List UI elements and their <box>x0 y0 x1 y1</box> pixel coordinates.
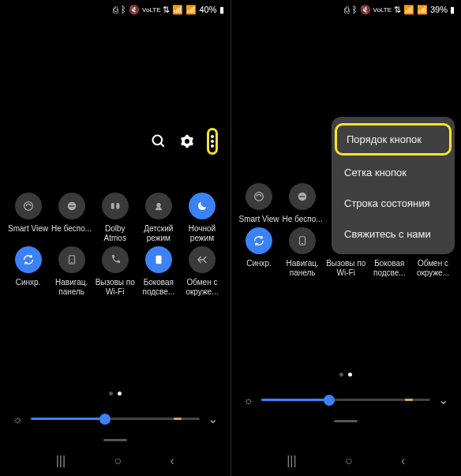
back-button[interactable]: ‹ <box>171 454 174 468</box>
menu-item-2[interactable]: Строка состояния <box>332 188 455 219</box>
page-dot <box>339 373 343 377</box>
tile-label: Боковая подсве... <box>138 278 178 297</box>
page-dot <box>109 392 113 395</box>
signal-icon: 📶 <box>186 5 197 15</box>
gear-icon[interactable] <box>178 133 196 150</box>
status-bar: ⎙ ᛒ 🔇 VoLTE ⇅ 📶 📶 39% ▮ <box>231 0 462 19</box>
page-dot-active <box>118 392 122 395</box>
dolby-icon <box>102 193 129 219</box>
tile-wifi-call[interactable]: Вызовы по Wi-Fi <box>95 246 135 297</box>
battery-text: 39% <box>430 5 448 14</box>
status-bar: ⎙ ᛒ 🔇 VoLTE ⇅ 📶 📶 40% ▮ <box>0 0 230 19</box>
status-icons: ⎙ ᛒ 🔇 VoLTE ⇅ 📶 📶 40% ▮ <box>113 5 223 15</box>
wifi-call-icon <box>102 246 129 273</box>
edge-icon <box>145 246 172 273</box>
battery-text: 40% <box>199 5 216 14</box>
svg-rect-5 <box>111 203 114 209</box>
chevron-down-icon[interactable]: ⌄ <box>208 411 218 426</box>
nav-icon <box>289 227 316 254</box>
dnd-icon <box>289 183 316 210</box>
cast-icon: ⎙ <box>344 5 350 14</box>
page-indicator <box>8 392 223 395</box>
home-button[interactable]: ○ <box>345 454 353 468</box>
tile-label: Навигац. панель <box>51 278 92 297</box>
tile-cast[interactable]: Smart View <box>8 193 48 243</box>
tile-label: Обмен с окруже... <box>182 278 222 297</box>
chevron-down-icon[interactable]: ⌄ <box>438 392 448 407</box>
svg-rect-4 <box>69 205 74 206</box>
svg-point-2 <box>24 202 32 211</box>
tile-nav[interactable]: Навигац. панель <box>283 227 323 278</box>
nav-bar: ||| ○ ‹ <box>0 449 230 473</box>
brightness-control: ☼ ⌄ <box>8 411 223 426</box>
tile-label: Вызовы по Wi-Fi <box>95 278 135 297</box>
tile-label: Ночной режим <box>182 224 222 243</box>
tile-sync[interactable]: Синхр. <box>8 246 48 297</box>
overflow-menu: Порядок кнопокСетка кнопокСтрока состоян… <box>332 117 455 254</box>
tile-nav[interactable]: Навигац. панель <box>51 246 92 297</box>
signal-icon: 📶 <box>417 5 428 15</box>
tile-dnd[interactable]: Не беспо... <box>51 193 92 243</box>
tile-sync[interactable]: Синхр. <box>239 227 279 278</box>
back-button[interactable]: ‹ <box>401 454 405 468</box>
tile-share[interactable]: Обмен с окруже... <box>182 246 222 297</box>
svg-rect-13 <box>300 196 305 197</box>
bluetooth-icon: ᛒ <box>121 5 126 14</box>
cast-icon <box>245 183 272 210</box>
svg-point-0 <box>152 136 162 145</box>
tile-dolby[interactable]: Dolby Atmos <box>95 193 135 243</box>
tile-edge[interactable]: Боковая подсве... <box>138 246 178 297</box>
tile-label: Обмен с окруже... <box>413 259 453 278</box>
cast-icon: ⎙ <box>113 5 118 14</box>
tile-label: Не беспо... <box>283 215 323 224</box>
tile-label: Smart View <box>239 215 279 224</box>
tile-label: Боковая подсве... <box>369 259 410 278</box>
wifi-icon: ⇅ <box>394 5 401 15</box>
tiles-grid: Smart ViewНе беспо...Dolby AtmosДетский … <box>8 193 223 297</box>
brightness-icon: ☼ <box>244 394 254 407</box>
tile-kids[interactable]: Детский режим <box>138 193 178 243</box>
share-icon <box>189 246 216 273</box>
menu-item-1[interactable]: Сетка кнопок <box>332 157 455 188</box>
recent-button[interactable]: ||| <box>56 454 66 468</box>
status-icons: ⎙ ᛒ 🔇 VoLTE ⇅ 📶 📶 39% ▮ <box>344 5 455 15</box>
recent-button[interactable]: ||| <box>287 454 296 468</box>
signal-icon: 📶 <box>172 5 183 15</box>
moon-icon <box>189 193 216 219</box>
svg-rect-6 <box>116 203 119 209</box>
search-icon[interactable] <box>150 133 167 150</box>
tile-label: Вызовы по Wi-Fi <box>326 259 366 278</box>
toolbar <box>8 128 218 155</box>
tile-moon[interactable]: Ночной режим <box>182 193 222 243</box>
bluetooth-icon: ᛒ <box>352 5 358 14</box>
svg-line-1 <box>160 144 163 147</box>
volte-icon: VoLTE <box>373 6 392 13</box>
brightness-slider[interactable] <box>261 399 430 401</box>
sync-icon <box>245 227 272 254</box>
nav-icon <box>58 246 85 273</box>
tile-label: Синхр. <box>246 259 272 268</box>
tile-label: Не беспо... <box>51 224 92 234</box>
home-button[interactable]: ○ <box>114 454 122 468</box>
sync-icon <box>15 246 42 273</box>
tile-dnd[interactable]: Не беспо... <box>283 183 323 224</box>
mute-icon: 🔇 <box>360 5 371 15</box>
drag-handle[interactable] <box>103 439 127 441</box>
tile-label: Dolby Atmos <box>95 224 135 243</box>
tile-label: Синхр. <box>16 278 41 287</box>
svg-point-7 <box>156 203 160 207</box>
svg-rect-10 <box>156 256 161 264</box>
phone-right: ⎙ ᛒ 🔇 VoLTE ⇅ 📶 📶 39% ▮ Smart ViewНе бес… <box>231 0 462 476</box>
brightness-slider[interactable] <box>31 418 200 420</box>
menu-item-0[interactable]: Порядок кнопок <box>335 123 452 156</box>
svg-point-11 <box>255 193 264 201</box>
phone-left: ⎙ ᛒ 🔇 VoLTE ⇅ 📶 📶 40% ▮ Smart Vie <box>0 0 230 476</box>
more-button-highlighted[interactable] <box>207 128 218 155</box>
tile-cast[interactable]: Smart View <box>239 183 279 224</box>
menu-item-3[interactable]: Свяжитесь с нами <box>332 219 455 249</box>
nav-bar: ||| ○ ‹ <box>231 449 462 473</box>
drag-handle[interactable] <box>334 420 358 422</box>
kids-icon <box>145 193 172 219</box>
tile-label: Навигац. панель <box>283 259 323 278</box>
tile-label: Детский режим <box>138 224 178 243</box>
